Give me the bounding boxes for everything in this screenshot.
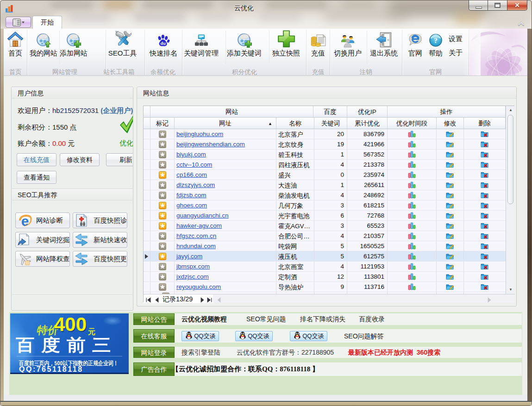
svg-text:?: ? [434, 37, 438, 44]
svg-text:du: du [161, 41, 166, 46]
